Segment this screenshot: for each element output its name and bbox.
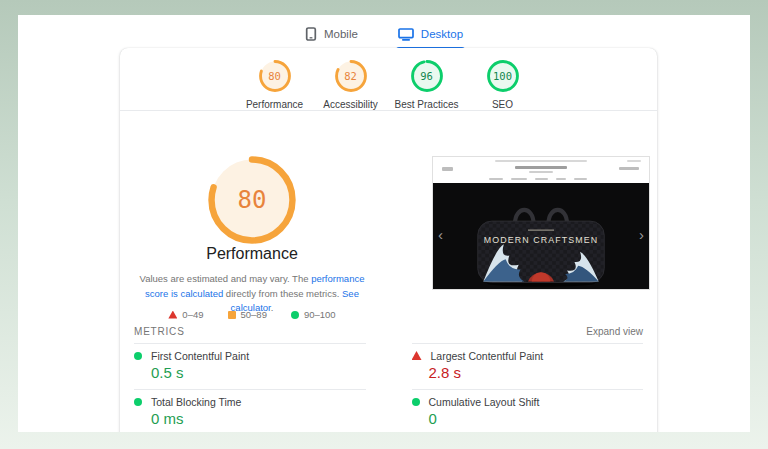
gauge-label: Performance: [246, 99, 303, 110]
pass-circle-icon: [291, 311, 299, 319]
hero-bag-image: MODERN CRAFTSMEN ‹ ›: [433, 183, 649, 289]
legend-pass: 90–100: [291, 309, 336, 320]
tab-mobile[interactable]: Mobile: [303, 21, 360, 50]
metrics-header: METRICS Expand view: [134, 326, 643, 337]
score-ring-icon: 80: [206, 154, 298, 246]
metric-value: 0.5 s: [151, 363, 366, 382]
metric-label: Total Blocking Time: [151, 396, 241, 408]
mobile-phone-icon: [305, 27, 317, 41]
tab-mobile-label: Mobile: [324, 28, 358, 40]
metric-value: 2.8 s: [429, 363, 644, 382]
gauge-best-practices[interactable]: 96 Best Practices: [389, 59, 465, 110]
gauge-seo[interactable]: 100 SEO: [465, 59, 541, 110]
fail-triangle-icon: [168, 311, 177, 319]
window-frame: Mobile Desktop: [0, 0, 768, 449]
gauge-accessibility[interactable]: 82 Accessibility: [313, 59, 389, 110]
gauge-performance[interactable]: 80 Performance: [237, 59, 313, 110]
metrics-grid: First Contentful Paint 0.5 s Largest Con…: [134, 343, 643, 432]
tab-desktop-label: Desktop: [421, 28, 463, 40]
gauge-score: 100: [486, 59, 520, 93]
lighthouse-report-card: 80 Performance 82 Accessibility: [120, 48, 657, 432]
legend-fail: 0–49: [168, 309, 203, 320]
legend-range: 50–89: [241, 309, 267, 320]
metric-first-contentful-paint: First Contentful Paint 0.5 s: [134, 343, 366, 389]
pass-dot-icon: [412, 398, 420, 406]
bag-overlay-text: MODERN CRAFTSMEN: [484, 235, 598, 245]
gauge-score: 96: [410, 59, 444, 93]
carousel-next-icon: ›: [639, 227, 644, 242]
description-text: Values are estimated and may vary. The: [140, 273, 312, 284]
metric-cumulative-layout-shift: Cumulative Layout Shift 0: [412, 389, 644, 432]
category-scores-row: 80 Performance 82 Accessibility: [120, 59, 657, 110]
metric-total-blocking-time: Total Blocking Time 0 ms: [134, 389, 366, 432]
legend-range: 90–100: [304, 309, 336, 320]
metric-label: Cumulative Layout Shift: [429, 396, 540, 408]
metric-value: 0 ms: [151, 409, 366, 428]
metric-value: 0: [429, 409, 644, 428]
section-divider: [120, 110, 657, 111]
site-screenshot-thumbnail: MODERN CRAFTSMEN ‹ ›: [432, 156, 650, 290]
device-tabbar: Mobile Desktop: [18, 21, 750, 50]
performance-score-gauge: 80: [206, 154, 298, 246]
gauge-label: SEO: [492, 99, 513, 110]
legend-average: 50–89: [228, 309, 267, 320]
expand-view-button[interactable]: Expand view: [586, 326, 643, 337]
legend-range: 0–49: [182, 309, 203, 320]
metrics-section-title: METRICS: [134, 326, 185, 337]
fail-triangle-icon: [412, 351, 422, 360]
metric-largest-contentful-paint: Largest Contentful Paint 2.8 s: [412, 343, 644, 389]
description-text: directly from these metrics.: [223, 288, 342, 299]
metric-label: First Contentful Paint: [151, 350, 249, 362]
score-ring-icon: 80: [258, 59, 292, 93]
gauge-label: Best Practices: [395, 99, 459, 110]
site-header-skeleton: [433, 157, 649, 183]
gauge-score: 80: [258, 59, 292, 93]
metric-label: Largest Contentful Paint: [431, 350, 544, 362]
pass-dot-icon: [134, 352, 142, 360]
score-ring-icon: 96: [410, 59, 444, 93]
carousel-prev-icon: ‹: [438, 227, 443, 242]
performance-score-value: 80: [206, 154, 298, 246]
gauge-label: Accessibility: [323, 99, 377, 110]
score-ring-icon: 100: [486, 59, 520, 93]
performance-section-title: Performance: [120, 245, 384, 263]
average-square-icon: [228, 311, 236, 319]
score-ring-icon: 82: [334, 59, 368, 93]
gauge-score: 82: [334, 59, 368, 93]
desktop-monitor-icon: [398, 28, 414, 41]
pass-dot-icon: [134, 398, 142, 406]
tab-desktop[interactable]: Desktop: [396, 21, 465, 50]
report-page: Mobile Desktop: [18, 15, 750, 432]
score-legend: 0–49 50–89 90–100: [120, 309, 384, 320]
